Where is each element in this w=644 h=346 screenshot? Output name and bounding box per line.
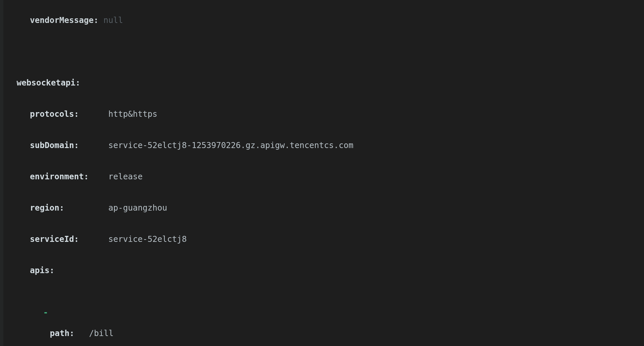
prop-row: environment: release bbox=[17, 171, 644, 182]
value-subDomain: service-52elctj8-1253970226.gz.apigw.ten… bbox=[108, 140, 354, 150]
key-apis: apis: bbox=[30, 265, 54, 275]
output-line: vendorMessage: null bbox=[17, 15, 644, 25]
value-region: ap-guangzhou bbox=[108, 203, 167, 213]
editor-gutter bbox=[0, 0, 3, 346]
key-websocketapi: websocketapi: bbox=[17, 78, 80, 87]
value-environment: release bbox=[108, 172, 143, 181]
key-region: region: bbox=[30, 203, 64, 213]
value-protocols: http&https bbox=[108, 109, 158, 119]
list-dash: - bbox=[17, 307, 644, 317]
key-subDomain: subDomain: bbox=[30, 140, 79, 150]
key-protocols: protocols: bbox=[30, 109, 79, 119]
value-serviceId: service-52elctj8 bbox=[108, 234, 187, 244]
value-path: /bill bbox=[89, 328, 114, 338]
key-path: path: bbox=[50, 328, 74, 338]
prop-row: serviceId: service-52elctj8 bbox=[17, 234, 644, 244]
prop-row: apis: bbox=[17, 265, 644, 275]
prop-row: subDomain: service-52elctj8-1253970226.g… bbox=[17, 140, 644, 150]
prop-row: region: ap-guangzhou bbox=[17, 203, 644, 213]
section-header: websocketapi: bbox=[17, 78, 644, 88]
value-null-top: null bbox=[103, 15, 123, 25]
key-vendorMessage-top: vendorMessage: bbox=[30, 15, 99, 25]
yaml-dash-icon: - bbox=[43, 307, 48, 317]
key-serviceId: serviceId: bbox=[30, 234, 79, 244]
key-environment: environment: bbox=[30, 172, 89, 181]
blank-line bbox=[17, 46, 644, 57]
terminal-output[interactable]: vendorMessage: null websocketapi: protoc… bbox=[0, 0, 644, 346]
api-row: path: /bill bbox=[17, 328, 644, 338]
prop-row: protocols: http&https bbox=[17, 109, 644, 119]
